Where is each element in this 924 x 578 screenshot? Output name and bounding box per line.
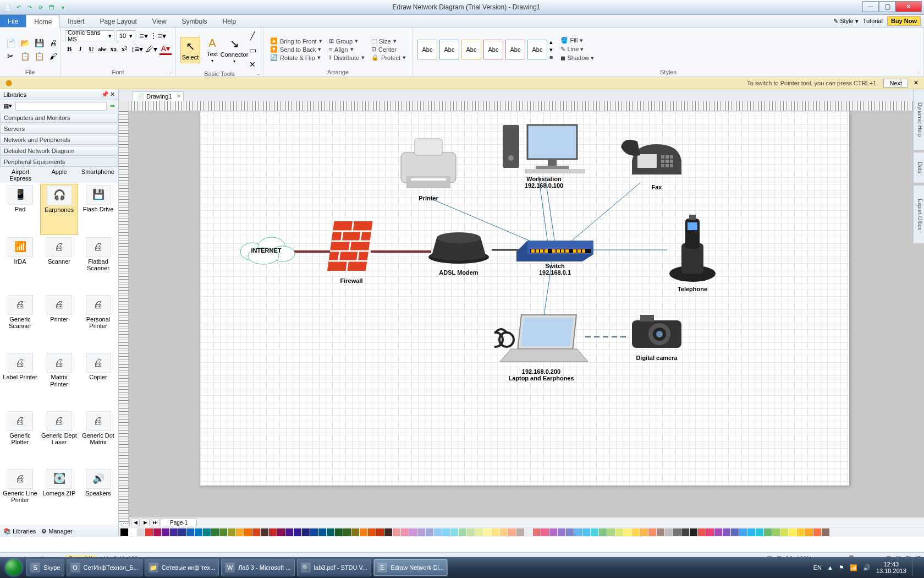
qat-print-icon[interactable]: 🗔 bbox=[47, 3, 56, 12]
style-dropdown[interactable]: ✎ Style ▾ bbox=[833, 18, 859, 25]
show-desktop[interactable] bbox=[912, 559, 917, 576]
color-swatch[interactable] bbox=[805, 528, 813, 536]
color-swatch[interactable] bbox=[690, 528, 697, 536]
tray-action-icon[interactable]: ⚑ bbox=[839, 564, 844, 571]
node-camera[interactable]: Digital camera bbox=[621, 309, 692, 361]
lib-category-active[interactable]: Peripheral Equipments bbox=[0, 157, 118, 167]
color-swatch[interactable] bbox=[228, 528, 235, 536]
shape-item[interactable]: 🖨Printer bbox=[40, 294, 78, 351]
color-swatch[interactable] bbox=[302, 528, 310, 536]
tab-home[interactable]: Home bbox=[26, 15, 60, 28]
side-tab-export[interactable]: Export Office bbox=[913, 186, 924, 243]
shape-item[interactable]: 🎧Earphones bbox=[40, 184, 78, 235]
more-all[interactable]: ≡ bbox=[549, 54, 553, 61]
color-swatch[interactable] bbox=[310, 528, 318, 536]
protect-btn[interactable]: 🔒 Protect ▾ bbox=[369, 54, 408, 61]
side-tab-help[interactable]: Dynamic Help bbox=[913, 89, 924, 150]
color-swatch[interactable] bbox=[120, 528, 128, 536]
lib-category[interactable]: Computers and Monitors bbox=[0, 113, 118, 123]
paste-icon[interactable]: 📋 bbox=[33, 50, 45, 62]
format-painter-icon[interactable]: 🖌 bbox=[47, 50, 59, 62]
fill-dropdown[interactable]: 🪣 Fill ▾ bbox=[560, 37, 594, 44]
crop-tool-icon[interactable]: ✕ bbox=[246, 58, 258, 70]
color-swatch[interactable] bbox=[417, 528, 425, 536]
color-swatch[interactable] bbox=[384, 528, 392, 536]
shape-item[interactable]: 🔊Speakers bbox=[79, 468, 117, 525]
tab-symbols[interactable]: Symbols bbox=[174, 15, 215, 27]
color-swatch[interactable] bbox=[285, 528, 293, 536]
color-swatch[interactable] bbox=[483, 528, 491, 536]
rotate-flip[interactable]: 🔄 Rotate & Flip ▾ bbox=[268, 54, 324, 61]
distribute-btn[interactable]: ⫴ Distribute ▾ bbox=[327, 54, 367, 61]
color-swatch[interactable] bbox=[756, 528, 763, 536]
qat-icon[interactable]: 📄 bbox=[3, 3, 12, 12]
canvas-scroll[interactable]: INTERNET Firewall ADSL Modem Switch 192.… bbox=[129, 111, 924, 517]
color-swatch[interactable] bbox=[632, 528, 640, 536]
shape-item[interactable]: 📶IrDA bbox=[1, 236, 39, 293]
bullets-icon[interactable]: ⋮≡▾ bbox=[152, 30, 164, 42]
align-btn[interactable]: ≡ Align ▾ bbox=[327, 46, 367, 53]
font-color-icon[interactable]: A▾ bbox=[160, 43, 172, 55]
cut-icon[interactable]: ✂ bbox=[4, 50, 16, 62]
drawing-page[interactable]: INTERNET Firewall ADSL Modem Switch 192.… bbox=[200, 111, 849, 486]
taskbar-item[interactable]: EEdraw Network Di... bbox=[373, 559, 448, 576]
next-button[interactable]: Next bbox=[883, 79, 908, 88]
taskbar-item[interactable]: WЛаб 3 - Microsoft ... bbox=[221, 559, 294, 576]
tray-clock[interactable]: 12:4313.10.2013 bbox=[876, 561, 906, 574]
center-btn[interactable]: ⊡ Center bbox=[369, 46, 408, 53]
color-swatch[interactable] bbox=[731, 528, 739, 536]
color-swatch[interactable] bbox=[244, 528, 252, 536]
color-swatch[interactable] bbox=[747, 528, 755, 536]
qat-undo-icon[interactable]: ↶ bbox=[14, 3, 23, 12]
shape-item[interactable]: 🖨Generic Plotter bbox=[1, 410, 39, 467]
page-last-icon[interactable]: ⏭ bbox=[151, 519, 160, 526]
color-swatch[interactable] bbox=[343, 528, 351, 536]
qat-redo-icon[interactable]: ↷ bbox=[25, 3, 34, 12]
tutorial-link[interactable]: Tutorial bbox=[863, 18, 883, 24]
shape-item[interactable]: 🖨Generic Dept Laser bbox=[40, 410, 78, 467]
color-swatch[interactable] bbox=[574, 528, 582, 536]
lib-go-icon[interactable]: ➡ bbox=[110, 102, 115, 110]
underline-button[interactable]: U bbox=[87, 45, 96, 53]
node-telephone[interactable]: Telephone bbox=[657, 210, 728, 292]
color-swatch[interactable] bbox=[673, 528, 681, 536]
subscript-button[interactable]: x₂ bbox=[109, 45, 118, 53]
tab-close-icon[interactable]: ✕ bbox=[177, 93, 181, 99]
qat-more-icon[interactable]: ▾ bbox=[58, 3, 67, 12]
lib-category[interactable]: Detailed Network Diagram bbox=[0, 146, 118, 156]
node-modem[interactable]: ADSL Modem bbox=[420, 227, 497, 276]
tab-page-layout[interactable]: Page Layout bbox=[92, 15, 144, 27]
color-swatch[interactable] bbox=[236, 528, 244, 536]
document-tab[interactable]: 📄 Drawing1✕ bbox=[132, 91, 184, 101]
color-swatch[interactable] bbox=[162, 528, 169, 536]
superscript-button[interactable]: x² bbox=[120, 45, 129, 53]
color-swatch[interactable] bbox=[624, 528, 631, 536]
new-icon[interactable]: 📄 bbox=[4, 37, 16, 49]
color-swatch[interactable] bbox=[459, 528, 466, 536]
font-size-select[interactable]: 10▾ bbox=[117, 30, 135, 41]
color-swatch[interactable] bbox=[261, 528, 268, 536]
tab-help[interactable]: Help bbox=[215, 15, 244, 27]
page-tab[interactable]: Page-1 bbox=[161, 519, 197, 526]
color-swatch[interactable] bbox=[376, 528, 384, 536]
font-name-select[interactable]: Comic Sans MS▾ bbox=[65, 30, 114, 41]
color-swatch[interactable] bbox=[822, 528, 829, 536]
maximize-button[interactable]: ▢ bbox=[879, 1, 895, 12]
print-icon[interactable]: 🖨 bbox=[47, 37, 59, 49]
color-swatch[interactable] bbox=[426, 528, 433, 536]
color-swatch[interactable] bbox=[211, 528, 219, 536]
color-swatch[interactable] bbox=[500, 528, 508, 536]
color-swatch[interactable] bbox=[467, 528, 475, 536]
color-swatch[interactable] bbox=[525, 528, 532, 536]
color-swatch[interactable] bbox=[203, 528, 211, 536]
bring-to-front[interactable]: 🔼 Bring to Front ▾ bbox=[268, 37, 324, 45]
lib-search[interactable] bbox=[15, 102, 107, 111]
page-next-icon[interactable]: ▶ bbox=[141, 519, 150, 526]
size-btn[interactable]: ⬚ Size ▾ bbox=[369, 37, 408, 45]
color-swatch[interactable] bbox=[591, 528, 598, 536]
shape-item[interactable]: 📱Pad bbox=[1, 184, 39, 235]
color-swatch[interactable] bbox=[335, 528, 343, 536]
color-swatch[interactable] bbox=[269, 528, 277, 536]
list-icon[interactable]: ≡▾ bbox=[138, 30, 150, 42]
shape-item[interactable]: 🖨Generic Scanner bbox=[1, 294, 39, 351]
